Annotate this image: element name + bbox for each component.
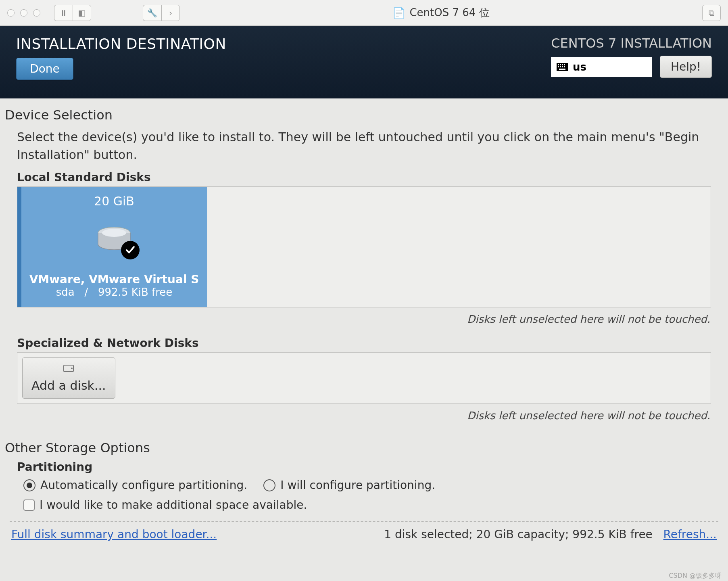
add-disk-icon xyxy=(63,362,74,376)
add-disk-label: Add a disk... xyxy=(31,378,106,393)
svg-rect-4 xyxy=(564,64,565,65)
close-dot[interactable] xyxy=(7,9,15,17)
device-selection-heading: Device Selection xyxy=(5,107,723,123)
settings-button[interactable]: 🔧 xyxy=(143,5,161,21)
local-disks-heading: Local Standard Disks xyxy=(5,171,723,184)
svg-rect-2 xyxy=(560,64,561,65)
help-button[interactable]: Help! xyxy=(660,56,712,78)
svg-point-13 xyxy=(71,368,73,369)
forward-button[interactable]: › xyxy=(161,5,180,21)
watermark: CSDN @饭多多呀 xyxy=(669,572,722,580)
local-disks-container: 20 GiB VMware, VMware Virtual S sda / 99… xyxy=(17,186,711,307)
pause-button[interactable]: ⏸ xyxy=(54,5,73,21)
device-selection-description: Select the device(s) you'd like to insta… xyxy=(5,128,723,171)
radio-manual-partition[interactable]: I will configure partitioning. xyxy=(263,479,435,492)
minimize-dot[interactable] xyxy=(20,9,27,17)
svg-rect-9 xyxy=(559,69,565,70)
fullscreen-button[interactable]: ⧉ xyxy=(702,5,721,21)
radio-auto-partition[interactable]: Automatically configure partitioning. xyxy=(23,479,247,492)
network-disks-note: Disks left unselected here will not be t… xyxy=(5,404,723,433)
zoom-dot[interactable] xyxy=(33,9,40,17)
svg-rect-5 xyxy=(558,66,559,67)
keyboard-layout-text: us xyxy=(573,61,586,73)
window-title: 📄 CentOS 7 64 位 xyxy=(186,6,697,20)
product-title: CENTOS 7 INSTALLATION xyxy=(551,36,712,51)
disk-capacity: 20 GiB xyxy=(94,194,134,208)
footer-status: 1 disk selected; 20 GiB capacity; 992.5 … xyxy=(384,528,653,541)
svg-point-11 xyxy=(102,229,126,237)
document-icon: 📄 xyxy=(392,7,405,19)
disk-device-line: sda / 992.5 KiB free xyxy=(29,286,199,298)
content-area: Device Selection Select the device(s) yo… xyxy=(0,98,728,546)
network-disks-heading: Specialized & Network Disks xyxy=(5,336,723,350)
other-storage-heading: Other Storage Options xyxy=(5,440,723,456)
partitioning-heading: Partitioning xyxy=(5,460,723,474)
radio-auto-label: Automatically configure partitioning. xyxy=(40,479,247,492)
keyboard-icon xyxy=(557,63,568,71)
full-disk-summary-link[interactable]: Full disk summary and boot loader... xyxy=(11,528,217,541)
done-button[interactable]: Done xyxy=(16,58,73,80)
svg-rect-8 xyxy=(564,66,565,67)
radio-manual-label: I will configure partitioning. xyxy=(280,479,435,492)
window-title-text: CentOS 7 64 位 xyxy=(409,6,489,20)
refresh-link[interactable]: Refresh... xyxy=(663,528,717,541)
divider xyxy=(10,521,718,522)
svg-rect-3 xyxy=(562,64,563,65)
svg-rect-7 xyxy=(562,66,563,67)
radio-icon xyxy=(263,479,275,491)
snapshot-button[interactable]: ◧ xyxy=(73,5,91,21)
disk-tile-sda[interactable]: 20 GiB VMware, VMware Virtual S sda / 99… xyxy=(17,187,207,307)
disk-free: 992.5 KiB free xyxy=(98,286,172,298)
radio-icon xyxy=(23,479,35,491)
svg-rect-1 xyxy=(558,64,559,65)
page-title: INSTALLATION DESTINATION xyxy=(16,36,226,52)
footer: Full disk summary and boot loader... 1 d… xyxy=(5,528,723,546)
window-controls xyxy=(7,9,40,17)
checkbox-reclaim-label: I would like to make additional space av… xyxy=(40,498,307,512)
add-disk-button[interactable]: Add a disk... xyxy=(22,357,115,399)
installer-header: INSTALLATION DESTINATION Done CENTOS 7 I… xyxy=(0,26,728,98)
check-icon xyxy=(121,241,140,259)
network-disks-container: Add a disk... xyxy=(17,352,711,404)
disk-model: VMware, VMware Virtual S xyxy=(29,273,199,286)
vm-titlebar: ⏸ ◧ 🔧 › 📄 CentOS 7 64 位 ⧉ xyxy=(0,0,728,26)
checkbox-icon xyxy=(23,499,35,511)
keyboard-indicator[interactable]: us xyxy=(551,57,652,77)
disk-device: sda xyxy=(56,286,75,298)
local-disks-note: Disks left unselected here will not be t… xyxy=(5,307,723,336)
checkbox-reclaim-space[interactable]: I would like to make additional space av… xyxy=(23,498,307,512)
disk-icon-wrap xyxy=(96,226,132,255)
svg-rect-6 xyxy=(560,66,561,67)
